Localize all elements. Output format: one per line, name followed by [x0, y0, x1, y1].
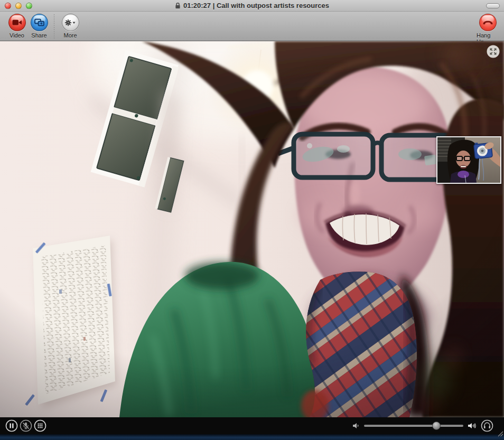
skype-call-window: 01:20:27 | Call with outpost artists res… [0, 0, 504, 440]
volume-track[interactable] [364, 425, 463, 427]
call-control-bar [0, 417, 504, 434]
share-button[interactable]: Share [28, 14, 50, 39]
title-text: 01:20:27 | Call with outpost artists res… [183, 2, 329, 10]
screen-share-icon [34, 18, 44, 26]
toolbar-separator [54, 14, 54, 40]
remote-video [0, 41, 504, 417]
zoom-button[interactable] [26, 3, 32, 9]
video-camera-icon [12, 19, 22, 26]
share-button-label: Share [31, 32, 46, 39]
hang-up-button[interactable]: Hang Up [477, 14, 499, 45]
more-button[interactable]: More [59, 14, 81, 39]
lock-icon [175, 2, 181, 9]
audio-device-button[interactable] [481, 419, 493, 432]
titlebar[interactable]: 01:20:27 | Call with outpost artists res… [0, 0, 504, 12]
pause-icon [5, 419, 18, 432]
gear-icon [64, 19, 76, 26]
volume-controls [352, 419, 493, 432]
video-button[interactable]: Video [6, 14, 28, 39]
caret-down-icon [73, 22, 76, 23]
toolbar-left-group: Video Share [6, 14, 81, 40]
window-title: 01:20:27 | Call with outpost artists res… [175, 2, 329, 10]
minimize-button[interactable] [15, 3, 22, 9]
self-view-scene [437, 137, 500, 183]
toolbar: Video Share [0, 12, 504, 41]
volume-slider[interactable] [364, 420, 463, 431]
speaker-high-icon [468, 422, 477, 429]
pause-button[interactable] [5, 419, 18, 432]
mic-muted-icon [20, 419, 32, 432]
close-button[interactable] [5, 3, 11, 9]
handset-down-icon [482, 20, 493, 25]
headphones-icon [481, 419, 493, 432]
volume-thumb[interactable] [432, 422, 441, 430]
remote-video-scene [0, 41, 504, 417]
self-view-pip[interactable] [436, 136, 501, 184]
resize-grip[interactable] [497, 430, 503, 437]
dialpad-button[interactable] [34, 419, 46, 432]
expand-arrows-icon [486, 44, 500, 59]
video-button-label: Video [10, 32, 24, 39]
more-button-label: More [63, 32, 77, 39]
window-controls [5, 3, 32, 9]
control-bar-left [5, 419, 46, 432]
speaker-low-icon [352, 422, 360, 429]
fullscreen-button[interactable] [486, 44, 500, 59]
dialpad-icon [34, 419, 46, 432]
vignette [0, 41, 504, 417]
window-bottom-strip [0, 434, 504, 440]
toolbar-toggle-button[interactable] [486, 3, 500, 8]
mute-button[interactable] [20, 419, 32, 432]
